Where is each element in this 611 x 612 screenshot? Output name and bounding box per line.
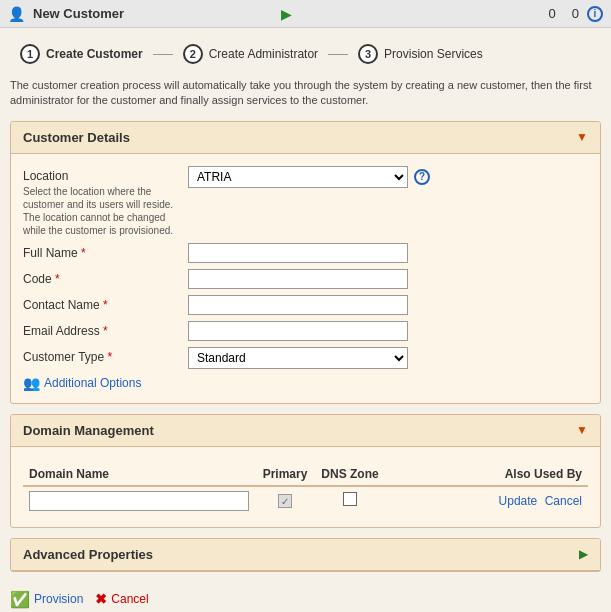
- fullname-required: *: [81, 246, 86, 260]
- update-link[interactable]: Update: [499, 494, 538, 508]
- contact-label: Contact Name: [23, 298, 100, 312]
- location-label-area: Location Select the location where the c…: [23, 166, 188, 237]
- advanced-properties-toggle[interactable]: ▶: [579, 547, 588, 561]
- domain-table-header-row: Domain Name Primary DNS Zone Also Used B…: [23, 463, 588, 486]
- domain-management-toggle[interactable]: ▼: [576, 423, 588, 437]
- cancel-label: Cancel: [111, 592, 148, 606]
- notification-count: 0: [572, 6, 579, 21]
- customer-type-required: *: [108, 350, 113, 364]
- domain-name-cell: [23, 486, 255, 515]
- contact-required: *: [103, 298, 108, 312]
- domain-management-title: Domain Management: [23, 423, 154, 438]
- domain-name-input[interactable]: [29, 491, 249, 511]
- customer-type-control: Standard Enterprise: [188, 347, 588, 369]
- email-label-area: Email Address *: [23, 321, 188, 338]
- domain-management-section: Domain Management ▼ Domain Name Primary …: [10, 414, 601, 528]
- fullname-label: Full Name: [23, 246, 78, 260]
- customer-details-header: Customer Details ▼: [11, 122, 600, 154]
- main-content: 1 Create Customer 2 Create Administrator…: [0, 28, 611, 612]
- primary-checkbox: ✓: [278, 494, 292, 508]
- cancel-domain-link[interactable]: Cancel: [545, 494, 582, 508]
- additional-options-link[interactable]: Additional Options: [44, 376, 141, 390]
- location-control: ATRIA ?: [188, 166, 588, 188]
- location-select[interactable]: ATRIA: [188, 166, 408, 188]
- step-3-label: Provision Services: [384, 47, 483, 61]
- code-label-area: Code *: [23, 269, 188, 286]
- contact-row: Contact Name *: [23, 295, 588, 315]
- customer-type-label-area: Customer Type *: [23, 347, 188, 364]
- domain-col-name: Domain Name: [23, 463, 255, 486]
- additional-options-icon: 👥: [23, 375, 40, 391]
- info-icon[interactable]: i: [587, 6, 603, 22]
- domain-col-primary: Primary: [255, 463, 315, 486]
- customer-type-select[interactable]: Standard Enterprise: [188, 347, 408, 369]
- step-2-circle: 2: [183, 44, 203, 64]
- window-title: New Customer: [33, 6, 273, 21]
- location-help-icon[interactable]: ?: [414, 169, 430, 185]
- domain-dns-cell: [315, 486, 385, 515]
- wizard-step-3[interactable]: 3 Provision Services: [348, 38, 493, 70]
- task-count: 0: [549, 6, 556, 21]
- bottom-actions: ✅ Provision ✖ Cancel: [10, 582, 601, 609]
- domain-primary-cell: ✓: [255, 486, 315, 515]
- cancel-icon: ✖: [95, 591, 107, 607]
- fullname-input[interactable]: [188, 243, 408, 263]
- code-label: Code: [23, 272, 52, 286]
- contact-input[interactable]: [188, 295, 408, 315]
- email-required: *: [103, 324, 108, 338]
- step-divider-1: [153, 54, 173, 55]
- user-icon: 👤: [8, 6, 25, 22]
- provision-label: Provision: [34, 592, 83, 606]
- advanced-properties-section: Advanced Properties ▶: [10, 538, 601, 572]
- step-1-label: Create Customer: [46, 47, 143, 61]
- domain-table: Domain Name Primary DNS Zone Also Used B…: [23, 463, 588, 515]
- step-1-circle: 1: [20, 44, 40, 64]
- top-bar: 👤 New Customer ▶ 0 0 i: [0, 0, 611, 28]
- domain-col-used: Also Used By: [385, 463, 588, 486]
- location-sublabel: Select the location where the customer a…: [23, 185, 188, 237]
- customer-type-label: Customer Type: [23, 350, 104, 364]
- step-3-circle: 3: [358, 44, 378, 64]
- domain-col-dns: DNS Zone: [315, 463, 385, 486]
- wizard-step-1[interactable]: 1 Create Customer: [10, 38, 153, 70]
- wizard-step-2[interactable]: 2 Create Administrator: [173, 38, 328, 70]
- step-2-label: Create Administrator: [209, 47, 318, 61]
- cancel-button[interactable]: ✖ Cancel: [95, 591, 148, 607]
- email-input[interactable]: [188, 321, 408, 341]
- step-divider-2: [328, 54, 348, 55]
- customer-details-title: Customer Details: [23, 130, 130, 145]
- advanced-properties-title: Advanced Properties: [23, 547, 153, 562]
- provision-button[interactable]: ✅ Provision: [10, 590, 83, 609]
- domain-used-cell: Update Cancel: [385, 486, 588, 515]
- advanced-properties-header: Advanced Properties ▶: [11, 539, 600, 571]
- customer-details-body: Location Select the location where the c…: [11, 154, 600, 403]
- location-label: Location: [23, 169, 188, 183]
- contact-label-area: Contact Name *: [23, 295, 188, 312]
- dns-checkbox[interactable]: [343, 492, 357, 506]
- fullname-control: [188, 243, 588, 263]
- contact-control: [188, 295, 588, 315]
- fullname-row: Full Name *: [23, 243, 588, 263]
- wizard-steps: 1 Create Customer 2 Create Administrator…: [10, 38, 601, 70]
- code-row: Code *: [23, 269, 588, 289]
- additional-options-row: 👥 Additional Options: [23, 375, 588, 391]
- code-input[interactable]: [188, 269, 408, 289]
- play-icon[interactable]: ▶: [281, 6, 292, 22]
- domain-management-body: Domain Name Primary DNS Zone Also Used B…: [11, 447, 600, 527]
- customer-details-section: Customer Details ▼ Location Select the l…: [10, 121, 601, 404]
- domain-management-header: Domain Management ▼: [11, 415, 600, 447]
- email-control: [188, 321, 588, 341]
- location-row: Location Select the location where the c…: [23, 166, 588, 237]
- code-control: [188, 269, 588, 289]
- code-required: *: [55, 272, 60, 286]
- fullname-label-area: Full Name *: [23, 243, 188, 260]
- customer-details-toggle[interactable]: ▼: [576, 130, 588, 144]
- customer-type-row: Customer Type * Standard Enterprise: [23, 347, 588, 369]
- wizard-description: The customer creation process will autom…: [10, 78, 601, 109]
- provision-icon: ✅: [10, 590, 30, 609]
- domain-table-row: ✓ Update Cancel: [23, 486, 588, 515]
- email-label: Email Address: [23, 324, 100, 338]
- email-row: Email Address *: [23, 321, 588, 341]
